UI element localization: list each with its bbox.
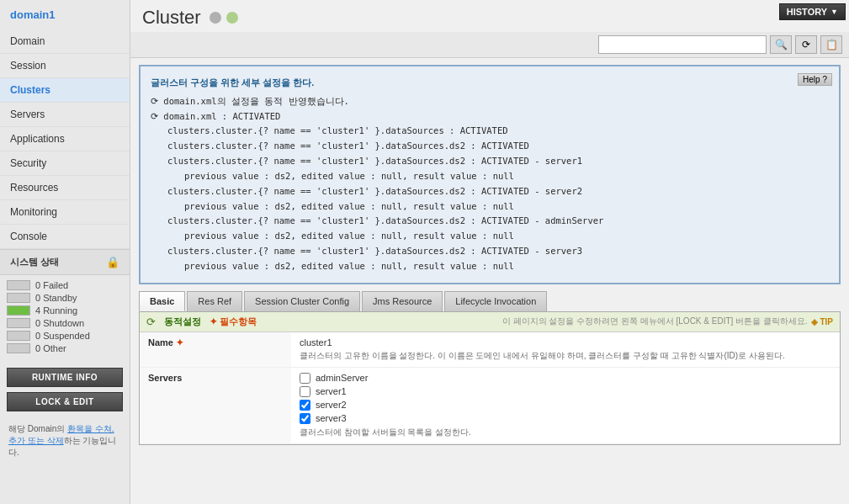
log-line-7: previous value : ds2, edited value : nul… [184, 199, 829, 215]
sidebar-note-link[interactable]: 환목을 수쳐, 추가 또는 삭제 [8, 424, 114, 445]
help-section: Help ? [798, 72, 832, 88]
top-bar: HISTORY ▼ [779, 0, 849, 24]
sidebar-item-domain[interactable]: Domain [0, 29, 130, 54]
log-line-2: clusters.cluster.{? name == 'cluster1' }… [167, 124, 829, 139]
sidebar-item-console[interactable]: Console [0, 225, 130, 249]
server-server3-checkbox[interactable] [300, 413, 310, 424]
sidebar: domain1 Domain Session Clusters Servers … [0, 0, 130, 504]
tab-jms-resource[interactable]: Jms Resource [362, 291, 443, 311]
log-line-6: clusters.cluster.{? name == 'cluster1' }… [167, 184, 829, 199]
server-server3-row: server3 [300, 413, 831, 424]
required-label: ✦ 필수항목 [210, 316, 257, 328]
dynamic-label: 동적설정 [164, 316, 201, 328]
runtime-info-button[interactable]: RUNTIME INFO [7, 368, 123, 387]
lock-edit-button[interactable]: LOCK & EDIT [7, 392, 123, 411]
status-standby: 0 Standby [7, 293, 123, 303]
log-line-5: previous value : ds2, edited value : nul… [184, 169, 829, 184]
servers-desc: 클러스터에 참여할 서버들의 목록을 설정한다. [300, 427, 831, 438]
dot-green-icon [226, 12, 238, 24]
server-adminserver-checkbox[interactable] [300, 373, 310, 384]
log-area: Help ? 글러스터 구성을 위한 세부 설정을 한다. ⟳ domain.x… [139, 65, 841, 284]
sidebar-item-session[interactable]: Session [0, 54, 130, 78]
sidebar-item-servers[interactable]: Servers [0, 103, 130, 127]
lock-icon[interactable]: 🔒 [106, 256, 119, 268]
help-label: Help [803, 75, 820, 84]
server-server3-label: server3 [316, 413, 347, 423]
log-line-4: clusters.cluster.{? name == 'cluster1' }… [167, 154, 829, 169]
log-line-0: ⟳ domain.xml의 설정을 동적 반영했습니다. [151, 94, 829, 109]
server-server1-label: server1 [316, 386, 347, 396]
standby-count: 0 Standby [35, 293, 77, 303]
export-button[interactable]: 📋 [820, 35, 842, 54]
log-line-1: ⟳ domain.xml : ACTIVATED [151, 109, 829, 125]
content-refresh-icon: ⟳ [146, 316, 156, 328]
refresh-button[interactable]: ⟳ [795, 35, 817, 54]
help-button[interactable]: Help ? [798, 73, 832, 86]
page-title: Cluster [142, 7, 201, 29]
failed-indicator [7, 280, 30, 290]
name-value-cell: cluster1 클러스터의 고유한 이름을 설정한다. 이 이름은 도메인 내… [291, 332, 840, 368]
content-panel: ⟳ 동적설정 ✦ 필수항목 이 페이지의 설정을 수정하려면 왼쪽 메뉴에서 [… [139, 311, 841, 445]
tab-res-ref[interactable]: Res Ref [187, 291, 242, 311]
page-header: Cluster [130, 0, 849, 32]
servers-label-cell: Servers [140, 367, 291, 443]
status-suspended: 0 Suspended [7, 331, 123, 341]
help-icon: ? [822, 75, 827, 84]
name-label: Name [148, 337, 173, 347]
other-count: 0 Other [35, 343, 66, 353]
sidebar-item-security[interactable]: Security [0, 151, 130, 176]
tip-section: 이 페이지의 설정을 수정하려면 왼쪽 메뉴에서 [LOCK & EDIT] 버… [502, 316, 833, 327]
running-indicator [7, 305, 30, 316]
suspended-count: 0 Suspended [35, 331, 90, 341]
sidebar-item-resources[interactable]: Resources [0, 176, 130, 200]
content-toolbar: ⟳ 동적설정 ✦ 필수항목 이 페이지의 설정을 수정하려면 왼쪽 메뉴에서 [… [140, 312, 840, 332]
system-status-label: 시스템 상태 [10, 256, 59, 268]
toolbar: 🔍 ⟳ 📋 [130, 32, 849, 58]
sidebar-buttons: RUNTIME INFO LOCK & EDIT [0, 361, 130, 418]
log-line-11: previous value : ds2, edited value : nul… [184, 259, 829, 274]
status-shutdown: 0 Shutdown [7, 318, 123, 328]
servers-row: Servers adminServer server1 server2 [140, 367, 840, 443]
sidebar-item-applications[interactable]: Applications [0, 127, 130, 151]
status-grid: 0 Failed 0 Standby 4 Running 0 Shutdown … [0, 275, 130, 361]
sidebar-item-monitoring[interactable]: Monitoring [0, 200, 130, 225]
server-server2-label: server2 [316, 400, 347, 410]
sidebar-nav: Domain Session Clusters Servers Applicat… [0, 29, 130, 249]
dot-gray-icon [210, 12, 221, 24]
tabs-bar: Basic Res Ref Session Cluster Config Jms… [139, 291, 841, 311]
history-button[interactable]: HISTORY ▼ [779, 3, 846, 20]
servers-label: Servers [148, 373, 182, 383]
running-count: 4 Running [35, 305, 77, 316]
history-label: HISTORY [787, 7, 827, 17]
log-line-9: previous value : ds2, edited value : nul… [184, 229, 829, 244]
search-input[interactable] [598, 35, 767, 54]
sidebar-item-clusters[interactable]: Clusters [0, 78, 130, 103]
server-server1-checkbox[interactable] [300, 386, 310, 397]
failed-count: 0 Failed [35, 280, 68, 290]
log-line-10: clusters.cluster.{? name == 'cluster1' }… [167, 244, 829, 259]
name-required-star: ✦ [176, 337, 183, 347]
status-running: 4 Running [7, 305, 123, 316]
main-content: Cluster 🔍 ⟳ 📋 Help ? 글러스터 구성을 위한 세부 설정을 … [130, 0, 849, 504]
tip-badge: ◈ TIP [811, 317, 833, 326]
tab-lifecycle-invocation[interactable]: Lifecycle Invocation [444, 291, 547, 311]
suspended-indicator [7, 331, 30, 341]
server-server1-row: server1 [300, 386, 831, 397]
form-table: Name ✦ cluster1 클러스터의 고유한 이름을 설정한다. 이 이름… [140, 332, 840, 444]
system-status-section: 시스템 상태 🔒 [0, 249, 130, 275]
server-adminserver-row: adminServer [300, 373, 831, 384]
server-server2-checkbox[interactable] [300, 400, 310, 411]
search-button[interactable]: 🔍 [770, 35, 792, 54]
name-row: Name ✦ cluster1 클러스터의 고유한 이름을 설정한다. 이 이름… [140, 332, 840, 368]
server-server2-row: server2 [300, 400, 831, 411]
log-heading: 글러스터 구성을 위한 세부 설정을 한다. [151, 75, 829, 91]
tip-text: 이 페이지의 설정을 수정하려면 왼쪽 메뉴에서 [LOCK & EDIT] 버… [502, 316, 808, 327]
name-desc: 클러스터의 고유한 이름을 설정한다. 이 이름은 도메인 내에서 유일해야 하… [300, 350, 831, 362]
tab-session-cluster[interactable]: Session Cluster Config [244, 291, 360, 311]
tab-basic[interactable]: Basic [139, 291, 185, 311]
other-indicator [7, 343, 30, 353]
name-label-cell: Name ✦ [140, 332, 291, 368]
shutdown-count: 0 Shutdown [35, 318, 84, 328]
status-failed: 0 Failed [7, 280, 123, 290]
domain-link[interactable]: domain1 [0, 0, 130, 29]
